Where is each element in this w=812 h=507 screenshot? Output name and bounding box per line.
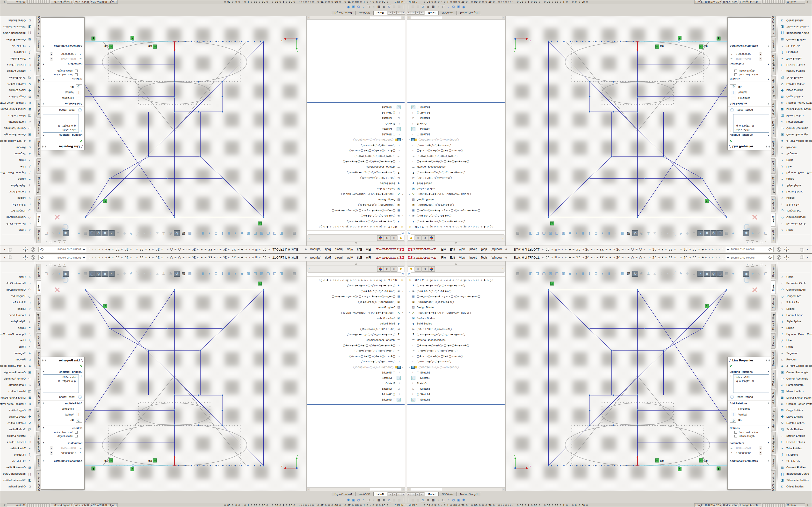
menu-item[interactable]: View [459,256,465,259]
more-tools-chevron[interactable]: »» [0,16,34,17]
relation-tag-top[interactable]: 3 [551,282,554,285]
tab-scroll-button[interactable]: ‹ [397,11,401,14]
sketch-tool-item[interactable]: ▭ Corner Rectangle [778,125,812,131]
tree-row[interactable]: (-) Sketch4 [307,110,405,116]
graphics-area[interactable]: – × ▤·◧◱▢▧◰▣◆●▮↧⊡◗▮·▦▨↻◎⊥∠≀×╱✎✚∟◔◉◶◵▤●–◉… [0,262,307,491]
relation-tag-bottom[interactable]: 3 [717,467,720,470]
relation-tag-parallel[interactable]: / [131,467,134,471]
vertical-tab[interactable]: Markup [36,455,41,469]
motion-toolbar-icon[interactable]: ▤ [392,5,397,10]
tree-row[interactable]: (-) Sketch4 [407,110,505,116]
tree-row[interactable]: Surface Bodies [407,316,505,321]
sketch-tool-item[interactable]: ◇ Polygon [0,356,34,362]
more-tools-chevron[interactable]: »» [778,16,812,17]
scrollbar-thumb[interactable] [370,488,401,491]
tree-row[interactable]: (-) Sketch1 [407,132,505,137]
vertical-tab[interactable]: Data Migration [36,53,41,75]
sketch-tool-item[interactable]: # Segment [0,350,34,356]
motion-toolbar-icon[interactable]: ≡ [382,5,387,10]
close-button[interactable]: × [806,256,808,260]
relation-button[interactable]: — [730,406,737,411]
sketch-tool-item[interactable]: ⊞ Linear Sketch Pattern [778,394,812,401]
relations-list[interactable]: Collinear108Equal length109 [43,375,79,393]
tab-scroll-button[interactable]: › [393,493,397,496]
sketch-tool-item[interactable]: ƒ Equation Driven Curve [0,331,34,337]
scrollbar-thumb[interactable] [411,488,442,491]
scrollbar-thumb[interactable] [411,16,442,19]
vertical-tab[interactable]: Markup [771,455,776,469]
length-spinner[interactable]: ▲▼ [759,446,762,450]
motion-toolbar-icon[interactable]: ▤ [415,498,420,503]
vertical-tab[interactable]: Evaluate [771,158,776,174]
scroll-left-arrow[interactable]: ◂ [407,488,410,491]
sketch-tool-item[interactable]: ▣ Center Rectangle [0,369,34,375]
tree-row[interactable]: ◯✚ИΝ◉∘✚◯✳◉‖◯∘◯‖◉✳◯✚∘◉ΝИ✚◯ [407,159,505,165]
tree-row[interactable]: ◯✚ИΝ◉∘✚◯✳◉‖◯∘◯‖◉✳◯✚∘◉ΝИ✚◯ [307,343,405,348]
vertical-tab[interactable]: MBD Dimensions [36,16,41,37]
length-input[interactable]: 10.88152731 [54,446,77,450]
sketch-tool-item[interactable]: ⋂ Intersection Curve [778,470,812,477]
motion-toolbar-icon[interactable]: ✎ [420,5,425,10]
tree-horizontal-scrollbar[interactable]: ◂ ▸ [307,488,405,491]
motion-toolbar-icon[interactable]: ▤ [410,498,415,503]
tree-row[interactable]: ◯ИΝ∘Ɔ∘◉◯∘◯◉∘Ɔ∘ΝИ◯ [307,143,405,148]
vertical-tab[interactable]: Sheet Metal [771,138,776,157]
sketch-tool-item[interactable]: ◝ Sketch Fillet [778,458,812,464]
relation-tag-parallel[interactable]: / [131,36,134,40]
tree-row[interactable]: ▸ ◯Λ◉✚Ƨ∘Ƨ◯∘◯Ƨ∘Ƨ✚◉Λ◯ [307,213,405,219]
vertical-tab[interactable]: Mold Tools [771,100,776,118]
sketch-tool-item[interactable]: ⊛ Circular Sketch Pattern [0,100,34,106]
sketch-tool-item[interactable]: ↦ Extend Entities [0,439,34,445]
minimize-button[interactable]: – [793,256,797,260]
tree-row[interactable]: Material <not specified> [307,337,405,343]
sketch-tool-item[interactable]: ◡ Tangent Arc [0,208,34,214]
tree-row[interactable]: ◯ИΝ∘Ɔ∘◉◯∘◯◉∘Ɔ∘ΝИ◯ [407,359,505,364]
sketch-tool-item[interactable]: ✂ Trim Entities [0,56,34,62]
sketch-tool-item[interactable]: ∩ 3 Point Arc [0,299,34,305]
sketch-tool-item[interactable]: ◱ Scale Entities [0,426,34,433]
sketch-tool-item[interactable]: ⊏ Offset Entities [778,17,812,24]
tree-row[interactable]: ▸ ◯Λ◉✚Ƨ∘Ƨ◯∘◯Ƨ∘Ƨ✚◉Λ◯ [407,288,505,294]
tree-row[interactable]: (-) Sketch5 [407,386,505,392]
tree-row[interactable]: Sketch3 [407,121,505,126]
tree-row[interactable]: ◯✚ƧƨƆ∘◯✳◉‖◯∘◯‖◉✳◯∘ƆƨƧ✚◯ [407,148,505,154]
motion-toolbar-icon[interactable]: ⇅ [371,5,376,10]
relation-tag-bottom[interactable]: 3 [717,37,720,40]
tree-row[interactable]: ◯ƧƧƷƐ✚∘◉ΛΑΦ◯∘◯ΦΑΛ◉∘✚ƷƐƧƧ◯ [407,219,505,224]
motion-toolbar-icon[interactable]: ≡ [425,5,430,10]
search-icon[interactable] [42,248,44,250]
motion-toolbar-icon[interactable]: ▣ [456,498,461,503]
panel-help-icon[interactable]: ? [42,359,46,362]
user-account-icon[interactable] [777,247,781,251]
collapse-icon[interactable]: ∧ [767,402,769,405]
menu-item[interactable]: File [441,248,446,251]
panel-help-icon[interactable]: ? [766,145,770,148]
sketch-tool-item[interactable]: ◌ Perimeter Circle [778,220,812,227]
tree-row[interactable]: Material <not specified> [407,337,505,343]
graphics-area[interactable]: – × ▤·◧◱▢▧◰▣◆●▮↧⊡◗▮·▦▨↻◎⊥∠≀×╱✎✚∟◔◉◶◵▤●–◉… [505,262,812,491]
sketch-tool-item[interactable]: ◝ Sketch Fillet [0,458,34,464]
vertical-tab[interactable]: Sheet Metal [36,138,41,157]
units-dropdown[interactable]: Custom▴ [785,503,805,507]
tree-root[interactable]: TЯPDL2. ⊙ ƷƐ ⊙ Ɯ ⊙ ∘ ⊙ ✚ ⊙ ƆƆ ⊙ ƷƐ ⊙ ∙ ⊙… [407,277,505,283]
sketch-tool-item[interactable]: ≀ Style Spline [0,182,34,189]
sketch-tool-item[interactable]: ⋂ Intersection Curve [0,470,34,477]
search-box[interactable]: ◆ ▾ [726,247,773,252]
sketch-tool-item[interactable]: ▪ Point [778,157,812,163]
tree-row[interactable]: ◯ИΝ∘Ɔ∘◉◯∘◯◉∘Ɔ∘ΝИ◯ [307,359,405,364]
tree-row[interactable]: (-) Sketch2 [307,375,405,381]
motion-toolbar-icon[interactable]: ∟ [441,5,446,10]
sketch-tool-item[interactable]: ◖ Partial Ellipse [778,312,812,318]
tree-row[interactable]: ◯ƧƧƷƐ✚∘◉ΛΑΦ◯∘◯ΦΑΛ◉∘✚ƷƐƧƧ◯ [407,283,505,288]
relation-tag-diagonal[interactable]: 2 [103,304,107,308]
tree-row[interactable]: ▸ ◯Λ◉✚Ƨ∘Ƨ◯∘◯Ƨ∘Ƨ✚◉Λ◯ [307,288,405,294]
sketch-profile-lines[interactable] [549,290,757,466]
filter-input[interactable] [411,272,504,276]
scroll-left-arrow[interactable]: ◂ [402,488,405,491]
sketch-profile-lines[interactable] [549,41,757,217]
toolbar-drag-handle[interactable] [408,5,409,9]
length-spinner[interactable]: ▲▼ [50,57,53,61]
restore-button[interactable] [800,248,803,251]
sketch-tool-item[interactable]: ✚ Move Entities [778,413,812,420]
sketch-tool-item[interactable]: ▣ Center Rectangle [0,131,34,138]
